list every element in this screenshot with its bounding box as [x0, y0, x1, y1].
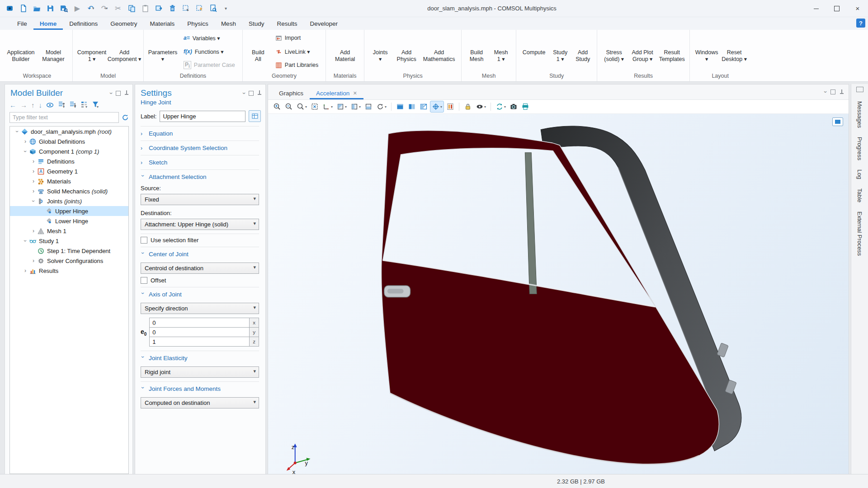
joint-elasticity-dropdown[interactable]: Rigid joint: [141, 366, 259, 378]
tree-item-component-1[interactable]: › Component 1(comp 1): [10, 146, 128, 156]
show-icon[interactable]: [46, 101, 54, 109]
open-file-icon[interactable]: [31, 3, 42, 14]
zoom-box-icon[interactable]: ▾: [295, 101, 308, 112]
compute-button[interactable]: Compute: [519, 32, 549, 71]
tree-item-geometry-1[interactable]: › A Geometry 1: [10, 166, 128, 176]
build-all-button[interactable]: BuildAll: [245, 32, 271, 71]
tree-item-solver-configurations[interactable]: › Solver Configurations: [10, 256, 128, 266]
section-axis-of-joint[interactable]: ›Axis of Joint: [135, 288, 265, 301]
axis-x-input[interactable]: [149, 318, 250, 328]
tab-mesh[interactable]: Mesh: [215, 19, 242, 30]
variables-button[interactable]: a=Variables ▾: [181, 33, 238, 43]
tab-definitions[interactable]: Definitions: [63, 19, 104, 30]
add-mathematics-button[interactable]: Δu AddMathematics: [420, 32, 458, 71]
use-selection-filter-checkbox[interactable]: Use selection filter: [135, 235, 265, 246]
section-sketch[interactable]: ›Sketch: [135, 156, 265, 169]
snapshot-icon[interactable]: [508, 101, 519, 112]
tree-item-joints[interactable]: › Joints(joints): [10, 196, 128, 206]
livelink-button[interactable]: LiveLink ▾: [273, 46, 321, 57]
filter-icon[interactable]: ▾: [92, 101, 99, 109]
offset-checkbox[interactable]: Offset: [135, 277, 265, 286]
tab-graphics[interactable]: Graphics: [273, 87, 310, 99]
scene-light-toggle[interactable]: [395, 101, 406, 112]
rename-button[interactable]: [249, 110, 261, 122]
view-xy-icon[interactable]: ▾: [335, 101, 348, 112]
tab-file[interactable]: File: [11, 19, 33, 30]
tree-item-lower-hinge[interactable]: Lower Hinge: [10, 216, 128, 226]
add-material-button[interactable]: AddMaterial: [329, 32, 361, 71]
add-component-button[interactable]: AddComponent ▾: [108, 32, 141, 71]
tab-materials[interactable]: Materials: [144, 19, 181, 30]
parameters-button[interactable]: Pi Parameters▾: [146, 32, 179, 71]
tab-geometry[interactable]: Geometry: [104, 19, 143, 30]
tab-physics[interactable]: Physics: [181, 19, 215, 30]
add-physics-button[interactable]: AddPhysics: [393, 32, 420, 71]
view-yz-icon[interactable]: ▾: [349, 101, 362, 112]
material-color-toggle[interactable]: [406, 101, 417, 112]
tree-item-study-1[interactable]: › Study 1: [10, 236, 128, 246]
part-libraries-button[interactable]: Part Libraries: [273, 60, 321, 70]
build-mesh-button[interactable]: BuildMesh: [464, 32, 489, 71]
clear-selection-icon[interactable]: [193, 3, 205, 14]
selection-appearance-toggle[interactable]: ▾: [430, 101, 444, 113]
section-joint-forces[interactable]: ›Joint Forces and Moments: [135, 382, 265, 395]
tree-item-step-1[interactable]: Step 1: Time Dependent: [10, 246, 128, 256]
reset-desktop-button[interactable]: ResetDesktop ▾: [721, 32, 748, 71]
side-tab-messages[interactable]: Messages: [856, 97, 863, 132]
color-legend-toggle[interactable]: [445, 101, 456, 112]
pin-panel-icon[interactable]: [124, 90, 129, 96]
tab-results[interactable]: Results: [270, 19, 303, 30]
side-panel-menu-icon[interactable]: [856, 87, 863, 92]
tree-item-mesh-1[interactable]: › Mesh 1: [10, 226, 128, 236]
side-tab-external-process[interactable]: External Process: [856, 207, 863, 260]
undo-icon[interactable]: ↶▾: [85, 3, 97, 14]
move-down-icon[interactable]: ↓: [39, 101, 42, 109]
windows-button[interactable]: Windows▾: [693, 32, 721, 71]
tree-item-solid-mechanics[interactable]: › Solid Mechanics(solid): [10, 186, 128, 196]
model-tree-nodes-icon[interactable]: ▾: [80, 101, 88, 109]
tab-developer[interactable]: Developer: [303, 19, 344, 30]
new-file-icon[interactable]: [17, 3, 29, 14]
tree-item-results[interactable]: › Results: [10, 266, 128, 276]
scene-appearance-icon[interactable]: ▾: [474, 101, 487, 112]
run-icon[interactable]: ▶: [71, 3, 83, 14]
study-1-button[interactable]: Study1 ▾: [549, 32, 571, 71]
paste-icon[interactable]: [139, 3, 151, 14]
update-plot-icon[interactable]: ▾: [494, 101, 507, 112]
close-button[interactable]: ×: [847, 0, 868, 17]
expand-all-icon[interactable]: ▾: [69, 101, 76, 109]
add-plot-group-button[interactable]: Add PlotGroup ▾: [628, 32, 657, 71]
section-attachment-selection[interactable]: ›Attachment Selection: [135, 170, 265, 183]
graphics-menu-icon[interactable]: ›: [822, 91, 829, 93]
minimize-button[interactable]: [806, 0, 826, 17]
center-of-joint-dropdown[interactable]: Centroid of destination: [141, 263, 259, 274]
section-joint-elasticity[interactable]: ›Joint Elasticity: [135, 352, 265, 365]
source-dropdown[interactable]: Fixed: [141, 194, 259, 205]
joints-button[interactable]: Joints▾: [367, 32, 393, 71]
parameter-case-button[interactable]: PiParameter Case: [181, 60, 238, 70]
side-tab-table[interactable]: Table: [856, 184, 863, 207]
label-input[interactable]: [160, 111, 245, 122]
help-button[interactable]: ?: [856, 19, 865, 28]
section-center-of-joint[interactable]: ›Center of Joint: [135, 248, 265, 261]
find-icon[interactable]: [207, 3, 219, 14]
close-tab-icon[interactable]: ×: [353, 89, 357, 97]
section-equation[interactable]: ›Equation: [135, 127, 265, 140]
maximize-button[interactable]: [826, 0, 847, 17]
tab-study[interactable]: Study: [242, 19, 271, 30]
default-view-icon[interactable]: ▾: [321, 101, 334, 112]
cut-icon[interactable]: ✂: [112, 3, 124, 14]
add-study-button[interactable]: AddStudy: [571, 32, 594, 71]
float-panel-icon[interactable]: [116, 91, 121, 96]
collapse-all-icon[interactable]: ▾: [58, 101, 65, 109]
settings-pin-icon[interactable]: [257, 90, 262, 96]
application-builder-button[interactable]: A ApplicationBuilder: [5, 32, 37, 71]
side-tab-log[interactable]: Log: [856, 165, 863, 184]
result-templates-button[interactable]: ResultTemplates: [657, 32, 687, 71]
tree-item-materials[interactable]: › Materials: [10, 176, 128, 186]
joint-forces-dropdown[interactable]: Computed on destination: [141, 397, 259, 408]
tree-filter-input[interactable]: [9, 112, 119, 123]
graphics-context-button[interactable]: [832, 117, 843, 126]
model-manager-button[interactable]: ModelManager: [37, 32, 70, 71]
graphics-canvas[interactable]: z y x: [268, 114, 849, 474]
